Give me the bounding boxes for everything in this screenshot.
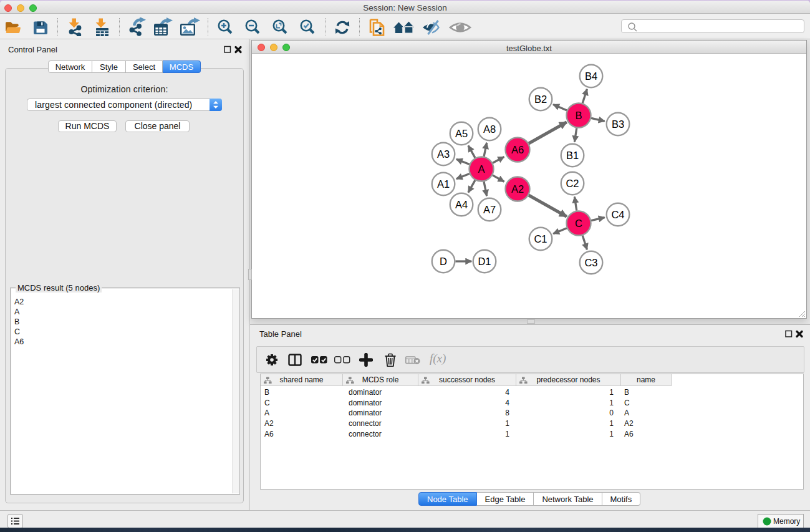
svg-text:A1: A1 [437,178,450,190]
svg-text:C: C [575,218,582,229]
svg-text:A2: A2 [511,183,524,195]
svg-text:B: B [575,110,582,121]
svg-text:A8: A8 [483,123,496,135]
svg-text:A5: A5 [455,128,468,139]
svg-text:B1: B1 [566,150,579,161]
svg-text:C4: C4 [611,209,624,220]
svg-text:A4: A4 [455,199,468,210]
svg-text:B3: B3 [612,118,624,130]
svg-text:C1: C1 [534,233,547,244]
svg-text:B2: B2 [534,94,547,105]
svg-text:A7: A7 [483,204,496,215]
svg-text:C2: C2 [566,178,579,189]
svg-text:A3: A3 [437,148,450,160]
svg-text:D1: D1 [478,256,491,267]
svg-text:D: D [440,256,447,267]
svg-text:B4: B4 [585,70,597,82]
svg-text:A6: A6 [511,144,524,155]
svg-text:C3: C3 [584,257,597,268]
svg-text:A: A [478,163,485,175]
